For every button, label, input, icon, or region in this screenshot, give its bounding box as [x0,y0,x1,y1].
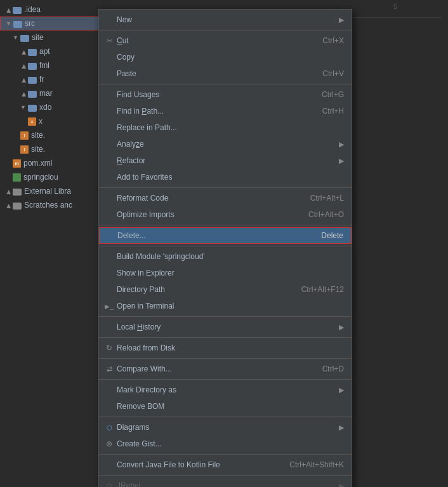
folder-icon-site [20,35,29,42]
menu-label-show-explorer: Show in Explorer [117,269,175,277]
menu-item-paste[interactable]: Paste Ctrl+V [99,65,352,82]
tree-label-site2: site. [31,145,45,154]
menu-item-new[interactable]: New ▶ [99,11,352,28]
folder-icon-extlib [13,189,22,196]
menu-item-remove-bom[interactable]: Remove BOM [99,398,352,415]
arrow-extlib: ▶ [5,188,11,194]
tree-item-xdo[interactable]: ▼ xdo [0,100,102,114]
tree-label-fml: fml [39,61,49,70]
menu-label-mark-dir: Mark Directory as [117,385,176,394]
menu-item-find-in-path[interactable]: Find in Path... Ctrl+H [99,103,352,119]
menu-item-cut[interactable]: ✂ Cut Ctrl+X [99,32,352,49]
file-icon-site2: f [20,145,29,154]
menu-label-compare: Compare With... [117,364,172,373]
arrow-mar: ▶ [20,90,27,97]
menu-item-delete[interactable]: Delete... Delete [99,227,352,244]
tree-item-idea[interactable]: ▶ .idea [0,3,102,17]
tree-label-mar: mar [39,89,53,98]
tree-item-scratches[interactable]: ▶ Scratches anc [0,198,102,212]
menu-separator-11 [99,454,352,455]
tree-item-src[interactable]: ▼ src [0,17,102,30]
menu-label-analyze: Analyze [117,140,144,149]
folder-icon-apt [28,49,37,56]
menu-item-find-usages[interactable]: Find Usages Ctrl+G [99,86,352,103]
tree-label-site: site [32,33,44,42]
menu-item-refactor[interactable]: Refactor ▶ [99,152,352,169]
tree-item-apt[interactable]: ▶ apt [0,44,102,58]
dir-path-shortcut: Ctrl+Alt+F12 [301,285,344,294]
github-icon: ⊛ [104,439,114,449]
menu-item-copy[interactable]: Copy [99,49,352,65]
menu-label-find-in-path: Find in Path... [117,107,164,116]
menu-item-diagrams[interactable]: ⬡ Diagrams ▶ [99,419,352,436]
menu-label-local-history: Local History [117,323,161,331]
menu-separator-3 [99,187,352,188]
file-tree: ▶ .idea ▼ src ▼ site ▶ apt ▶ fml ▶ fr ▶ … [0,0,102,487]
tree-item-pom[interactable]: m pom.xml [0,156,102,170]
submenu-arrow-refactor: ▶ [339,157,344,165]
menu-item-reload[interactable]: ↻ Reload from Disk [99,340,352,356]
submenu-arrow-diagrams: ▶ [339,424,344,432]
menu-item-build-module[interactable]: Build Module 'springcloud' [99,248,352,265]
menu-label-reload: Reload from Disk [117,344,175,352]
menu-label-build-module: Build Module 'springcloud' [117,252,205,261]
find-usages-shortcut: Ctrl+G [322,90,344,99]
menu-label-replace-in-path: Replace in Path... [117,123,177,132]
reload-icon: ↻ [104,343,114,353]
tree-label-x: x [39,117,43,126]
tree-label-xdo: xdo [39,103,51,112]
menu-separator-7 [99,337,352,338]
tree-item-fml[interactable]: ▶ fml [0,58,102,72]
menu-item-mark-dir[interactable]: Mark Directory as ▶ [99,382,352,398]
menu-item-replace-in-path[interactable]: Replace in Path... [99,119,352,136]
tree-item-site[interactable]: ▼ site [0,30,102,44]
menu-item-dir-path[interactable]: Directory Path Ctrl+Alt+F12 [99,281,352,298]
paste-shortcut: Ctrl+V [322,69,344,78]
menu-item-convert-kotlin[interactable]: Convert Java File to Kotlin File Ctrl+Al… [99,457,352,473]
compare-shortcut: Ctrl+D [322,364,344,373]
arrow-site: ▼ [13,34,19,41]
menu-item-open-terminal[interactable]: ▶_ Open in Terminal [99,298,352,314]
tree-item-fr[interactable]: ▶ fr [0,72,102,86]
tree-item-spring[interactable]: springclou [0,170,102,184]
submenu-arrow-mark-dir: ▶ [339,386,344,394]
menu-label-delete: Delete... [117,231,146,240]
menu-separator-4 [99,225,352,225]
menu-item-local-history[interactable]: Local History ▶ [99,319,352,335]
menu-label-add-favorites: Add to Favorites [117,173,172,182]
tree-item-x[interactable]: x x [0,114,102,128]
find-in-path-shortcut: Ctrl+H [322,107,344,116]
menu-item-jrebel[interactable]: ⬡ JRebel ▶ [99,477,352,487]
folder-icon-fml [28,63,37,70]
cut-icon: ✂ [104,36,114,46]
menu-item-reformat[interactable]: Reformat Code Ctrl+Alt+L [99,190,352,206]
cut-shortcut: Ctrl+X [322,36,344,45]
file-icon-spring [13,173,21,182]
tree-label-extlib: External Libra [24,187,71,196]
tree-item-site1[interactable]: f site. [0,128,102,142]
menu-item-add-favorites[interactable]: Add to Favorites [99,169,352,185]
jrebel-icon: ⬡ [104,481,114,487]
tree-item-mar[interactable]: ▶ mar [0,86,102,100]
tree-item-site2[interactable]: f site. [0,142,102,156]
tree-label-spring: springclou [23,173,58,182]
delete-shortcut: Delete [321,231,343,240]
menu-separator-6 [99,316,352,317]
menu-label-refactor: Refactor [117,156,145,165]
tree-label-src: src [25,19,35,28]
menu-item-show-explorer[interactable]: Show in Explorer [99,265,352,281]
menu-item-analyze[interactable]: Analyze ▶ [99,136,352,152]
menu-item-create-gist[interactable]: ⊛ Create Gist... [99,436,352,452]
menu-item-optimize[interactable]: Optimize Imports Ctrl+Alt+O [99,206,352,223]
tree-label-apt: apt [39,47,50,56]
menu-label-cut: Cut [117,36,129,45]
menu-item-compare[interactable]: ⇄ Compare With... Ctrl+D [99,361,352,377]
arrow-fr: ▶ [20,76,27,83]
menu-label-dir-path: Directory Path [117,285,165,294]
tree-label-idea: .idea [24,5,41,14]
tree-item-extlib[interactable]: ▶ External Libra [0,184,102,198]
arrow-fml: ▶ [20,62,27,69]
file-icon-pom: m [13,159,21,168]
menu-label-reformat: Reformat Code [117,194,168,203]
menu-label-open-terminal: Open in Terminal [117,302,175,310]
